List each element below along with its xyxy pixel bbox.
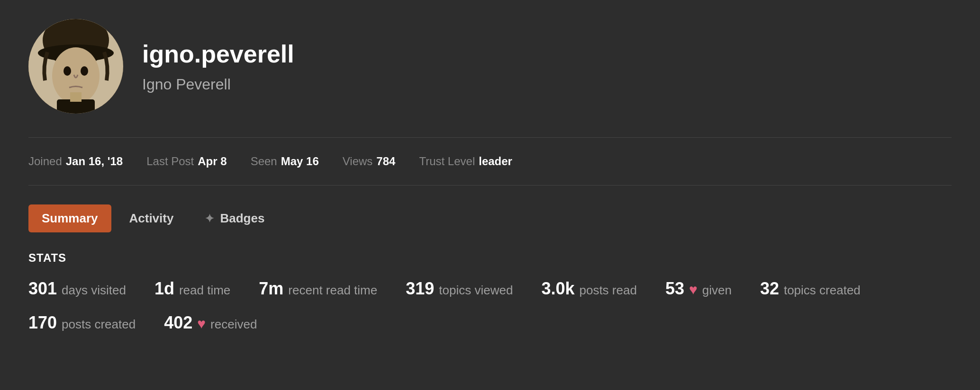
topics-created-number: 32 (760, 279, 779, 299)
recent-read-time-label: recent read time (288, 283, 377, 298)
posts-read-label: posts read (579, 283, 636, 298)
likes-received-label: received (210, 317, 257, 332)
badge-star-icon: ✦ (205, 212, 214, 225)
joined-value: Jan 16, '18 (66, 155, 123, 168)
stats-title: STATS (28, 251, 952, 265)
likes-given-number: 53 (665, 279, 684, 299)
username: igno.peverell (142, 40, 294, 68)
stats-section: STATS 301 days visited 1d read time 7m r… (28, 242, 952, 356)
heart-given-icon: ♥ (689, 282, 698, 298)
tab-summary[interactable]: Summary (28, 204, 111, 232)
posts-read-number: 3.0k (541, 279, 574, 299)
meta-row: Joined Jan 16, '18 Last Post Apr 8 Seen … (28, 147, 952, 176)
topics-created-label: topics created (784, 283, 861, 298)
profile-header: igno.peverell Igno Peverell (28, 19, 952, 128)
divider-top (28, 137, 952, 138)
tab-badges[interactable]: ✦ Badges (191, 204, 278, 232)
last-post-meta: Last Post Apr 8 (146, 155, 227, 168)
views-value: 784 (376, 155, 395, 168)
stats-row-1: 301 days visited 1d read time 7m recent … (28, 279, 952, 299)
read-time-number: 1d (154, 279, 174, 299)
heart-received-icon: ♥ (197, 316, 206, 332)
stats-row-2: 170 posts created 402 ♥ received (28, 313, 952, 333)
views-label: Views (343, 155, 373, 168)
stat-topics-created: 32 topics created (760, 279, 861, 299)
topics-viewed-label: topics viewed (439, 283, 513, 298)
last-post-value: Apr 8 (198, 155, 227, 168)
tab-activity[interactable]: Activity (116, 204, 187, 232)
profile-info: igno.peverell Igno Peverell (142, 40, 294, 93)
tabs-row: Summary Activity ✦ Badges (28, 195, 952, 242)
stat-likes-given: 53 ♥ given (665, 279, 732, 299)
joined-label: Joined (28, 155, 62, 168)
divider-mid (28, 185, 952, 186)
seen-label: Seen (251, 155, 277, 168)
recent-read-time-number: 7m (259, 279, 283, 299)
joined-meta: Joined Jan 16, '18 (28, 155, 123, 168)
stat-topics-viewed: 319 topics viewed (406, 279, 513, 299)
days-visited-number: 301 (28, 279, 57, 299)
trust-level-meta: Trust Level leader (419, 155, 512, 168)
svg-point-4 (64, 66, 71, 76)
posts-created-label: posts created (62, 317, 136, 332)
stat-posts-created: 170 posts created (28, 313, 136, 333)
avatar (28, 19, 123, 114)
stat-days-visited: 301 days visited (28, 279, 126, 299)
display-name: Igno Peverell (142, 76, 294, 93)
topics-viewed-number: 319 (406, 279, 434, 299)
likes-received-number: 402 (164, 313, 192, 333)
posts-created-number: 170 (28, 313, 57, 333)
badges-label: Badges (220, 211, 264, 226)
days-visited-label: days visited (62, 283, 126, 298)
stat-posts-read: 3.0k posts read (541, 279, 636, 299)
likes-given-label: given (702, 283, 732, 298)
stat-likes-received: 402 ♥ received (164, 313, 257, 333)
read-time-label: read time (179, 283, 230, 298)
stat-recent-read-time: 7m recent read time (259, 279, 377, 299)
stat-read-time: 1d read time (154, 279, 230, 299)
seen-meta: Seen May 16 (251, 155, 319, 168)
views-meta: Views 784 (343, 155, 396, 168)
trust-level-label: Trust Level (419, 155, 475, 168)
last-post-label: Last Post (146, 155, 194, 168)
trust-level-value: leader (479, 155, 512, 168)
seen-value: May 16 (281, 155, 319, 168)
svg-point-5 (81, 66, 88, 76)
svg-rect-7 (70, 92, 82, 102)
